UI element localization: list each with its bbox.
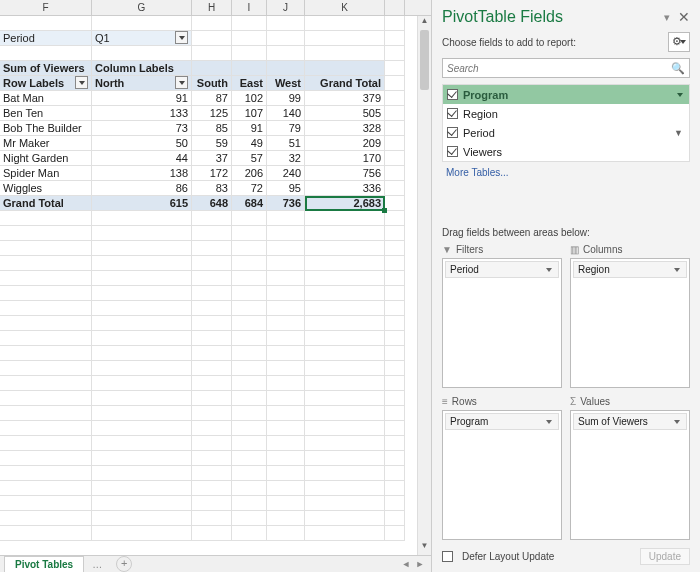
search-input[interactable] [447, 63, 671, 74]
tab-nav-prev-icon[interactable]: ◄ [399, 559, 413, 569]
values-drop-zone[interactable]: Sum of Viewers [570, 410, 690, 540]
data-cell[interactable]: 95 [267, 181, 305, 196]
row-total-cell[interactable]: 328 [305, 121, 385, 136]
data-cell[interactable]: 86 [92, 181, 192, 196]
col-header[interactable]: J [267, 0, 305, 15]
data-cell[interactable]: 57 [232, 151, 267, 166]
row-label: Night Garden [0, 151, 92, 166]
data-cell[interactable]: 51 [267, 136, 305, 151]
row-total-cell[interactable]: 756 [305, 166, 385, 181]
col-header[interactable]: F [0, 0, 92, 15]
area-item[interactable]: Region [573, 261, 687, 278]
measure-label: Sum of Viewers [0, 61, 92, 76]
defer-layout-checkbox[interactable]: Defer Layout Update [442, 551, 554, 562]
checkbox-icon[interactable] [447, 127, 458, 138]
data-cell[interactable]: 91 [92, 91, 192, 106]
data-cell[interactable]: 85 [192, 121, 232, 136]
data-cell[interactable]: 206 [232, 166, 267, 181]
data-cell[interactable]: 140 [267, 106, 305, 121]
data-cell[interactable]: 133 [92, 106, 192, 121]
data-cell[interactable]: 102 [232, 91, 267, 106]
filters-drop-zone[interactable]: Period [442, 258, 562, 388]
area-item[interactable]: Sum of Viewers [573, 413, 687, 430]
update-button[interactable]: Update [640, 548, 690, 565]
rows-area-title: Rows [452, 396, 477, 407]
scroll-thumb[interactable] [420, 30, 429, 90]
vertical-scrollbar[interactable]: ▲ ▼ [417, 16, 431, 555]
area-item[interactable]: Period [445, 261, 559, 278]
rows-drop-zone[interactable]: Program [442, 410, 562, 540]
columns-drop-zone[interactable]: Region [570, 258, 690, 388]
data-cell[interactable]: 44 [92, 151, 192, 166]
search-box[interactable]: 🔍 [442, 58, 690, 78]
field-row[interactable]: Program [443, 85, 689, 104]
tab-nav-next-icon[interactable]: ► [413, 559, 427, 569]
panel-menu-icon[interactable]: ▾ [664, 11, 670, 24]
data-cell[interactable]: 59 [192, 136, 232, 151]
filter-dropdown-icon[interactable] [175, 31, 188, 44]
active-cell[interactable]: 2,683 [305, 196, 385, 211]
field-row[interactable]: Region [443, 104, 689, 123]
data-cell[interactable]: 91 [232, 121, 267, 136]
row-total-cell[interactable]: 336 [305, 181, 385, 196]
data-cell[interactable]: 72 [232, 181, 267, 196]
filter-icon: ▼ [674, 128, 683, 138]
checkbox-icon[interactable] [447, 108, 458, 119]
grid[interactable]: Period Q1 Sum of Viewers Column Labels R… [0, 16, 431, 541]
checkbox-icon[interactable] [447, 89, 458, 100]
report-filter-value[interactable]: Q1 [92, 31, 192, 46]
data-cell[interactable]: 240 [267, 166, 305, 181]
column-labels-dropdown-icon[interactable] [175, 76, 188, 89]
data-cell[interactable]: 73 [92, 121, 192, 136]
col-header-grand-total: Grand Total [305, 76, 385, 91]
data-cell[interactable]: 79 [267, 121, 305, 136]
data-cell[interactable]: 37 [192, 151, 232, 166]
gear-icon[interactable] [668, 32, 690, 52]
row-label: Bob The Builder [0, 121, 92, 136]
chevron-down-icon[interactable] [672, 417, 682, 427]
defer-layout-label: Defer Layout Update [462, 551, 554, 562]
data-cell[interactable]: 50 [92, 136, 192, 151]
chevron-down-icon[interactable] [672, 265, 682, 275]
data-cell[interactable]: 32 [267, 151, 305, 166]
new-sheet-button[interactable]: + [116, 556, 132, 572]
column-labels-cell[interactable]: Column Labels [92, 61, 192, 76]
data-cell[interactable]: 49 [232, 136, 267, 151]
data-cell[interactable]: 99 [267, 91, 305, 106]
search-icon[interactable]: 🔍 [671, 62, 685, 75]
data-cell[interactable]: 87 [192, 91, 232, 106]
sheet-tab-more[interactable]: … [84, 559, 110, 570]
scroll-down-icon[interactable]: ▼ [418, 541, 431, 555]
row-total-cell[interactable]: 379 [305, 91, 385, 106]
col-header-region: West [267, 76, 305, 91]
col-header[interactable]: I [232, 0, 267, 15]
data-cell[interactable]: 172 [192, 166, 232, 181]
chevron-down-icon[interactable] [544, 265, 554, 275]
field-row[interactable]: Period▼ [443, 123, 689, 142]
row-total-cell[interactable]: 170 [305, 151, 385, 166]
data-cell[interactable]: 83 [192, 181, 232, 196]
sheet-tab-active[interactable]: Pivot Tables [4, 556, 84, 572]
chevron-down-icon[interactable] [544, 417, 554, 427]
close-icon[interactable]: ✕ [678, 9, 690, 25]
data-cell[interactable]: 138 [92, 166, 192, 181]
columns-area: ▥Columns Region [570, 244, 690, 388]
row-labels-cell[interactable]: Row Labels [0, 76, 92, 91]
checkbox-icon[interactable] [442, 551, 453, 562]
row-total-cell[interactable]: 505 [305, 106, 385, 121]
col-header[interactable]: K [305, 0, 385, 15]
col-header[interactable]: G [92, 0, 192, 15]
tab-nav: ◄ ► [132, 559, 431, 569]
checkbox-icon[interactable] [447, 146, 458, 157]
data-cell[interactable]: 125 [192, 106, 232, 121]
scroll-up-icon[interactable]: ▲ [418, 16, 431, 30]
more-tables-link[interactable]: More Tables... [442, 162, 690, 183]
field-row[interactable]: Viewers [443, 142, 689, 161]
row-labels-dropdown-icon[interactable] [75, 76, 88, 89]
area-item[interactable]: Program [445, 413, 559, 430]
field-name: Program [463, 89, 508, 101]
row-total-cell[interactable]: 209 [305, 136, 385, 151]
col-header[interactable]: H [192, 0, 232, 15]
data-cell[interactable]: 107 [232, 106, 267, 121]
chevron-down-icon[interactable] [675, 90, 685, 100]
